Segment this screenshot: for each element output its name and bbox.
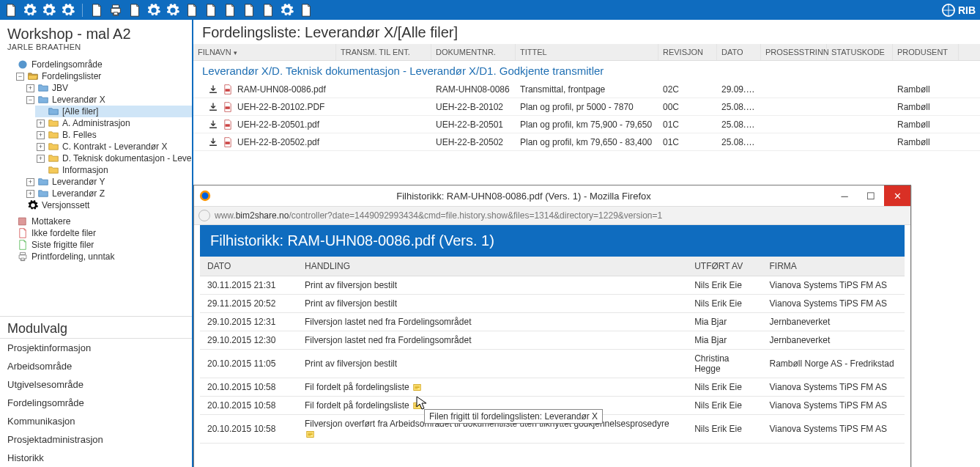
- download-icon[interactable]: [208, 84, 218, 95]
- current-user: JARLE BRAATHEN: [7, 43, 185, 51]
- column-header[interactable]: PRODUSENT: [893, 44, 959, 60]
- note-icon[interactable]: [306, 430, 314, 438]
- module-item[interactable]: Arbeidsområde: [0, 357, 192, 375]
- toolbar-icon[interactable]: [261, 4, 275, 17]
- pdf-icon: [223, 84, 233, 95]
- column-header[interactable]: DATO: [717, 44, 761, 60]
- module-item[interactable]: Kommunikasjon: [0, 412, 192, 430]
- toolbar-icon[interactable]: [42, 4, 56, 17]
- download-icon[interactable]: [208, 137, 218, 147]
- workspace-title: Workshop - mal A2: [7, 26, 185, 43]
- download-icon[interactable]: [208, 119, 218, 130]
- firefox-icon: [198, 189, 212, 202]
- column-header[interactable]: REVISJON: [658, 44, 717, 60]
- breadcrumb[interactable]: Leverandør X/D. Teknisk dokumentasjon - …: [193, 61, 980, 81]
- toolbar-icon[interactable]: [4, 4, 18, 17]
- history-row[interactable]: 30.11.2015 21:31Print av filversjon best…: [200, 276, 905, 295]
- toolbar-icon[interactable]: [185, 4, 198, 17]
- module-list: ProsjektinformasjonArbeidsområdeUtgivels…: [0, 338, 192, 467]
- history-col: HANDLING: [297, 257, 687, 276]
- history-row[interactable]: 20.10.2015 10:58Fil fordelt på fordeling…: [200, 378, 905, 397]
- table-row[interactable]: UEH-22-B-20502.pdfUEH-22-B-20502Plan og …: [193, 133, 980, 151]
- table-row[interactable]: RAM-UHN08-0086.pdfRAM-UHN08-0086Transmit…: [193, 81, 980, 98]
- toolbar-icon[interactable]: [242, 4, 256, 17]
- cursor-icon: [416, 396, 428, 411]
- toolbar-icon[interactable]: [281, 4, 294, 17]
- popup-titlebar[interactable]: Filhistorikk: RAM-UHN08-0086.pdf (Vers. …: [194, 185, 910, 206]
- grid-header[interactable]: FILNAVNTRANSM. TIL ENT.DOKUMENTNR.TITTEL…: [193, 44, 980, 61]
- minimize-button[interactable]: ─: [831, 185, 858, 206]
- column-header[interactable]: TRANSM. TIL ENT.: [336, 44, 431, 60]
- history-popup: Filhistorikk: RAM-UHN08-0086.pdf (Vers. …: [193, 185, 911, 467]
- toolbar-icon[interactable]: [147, 4, 160, 17]
- svg-point-5: [202, 193, 209, 199]
- main-pane: Fordelingsliste: Leverandør X/[Alle file…: [193, 20, 980, 467]
- download-icon[interactable]: [208, 102, 218, 112]
- history-col: DATO: [200, 257, 297, 276]
- content-title: Fordelingsliste: Leverandør X/[Alle file…: [193, 20, 980, 44]
- toolbar-icon[interactable]: [62, 4, 75, 17]
- tree-hscroll[interactable]: [0, 306, 192, 316]
- url-bar[interactable]: www.bim2share.no/controller?date=1449092…: [194, 206, 910, 225]
- history-col: FIRMA: [762, 257, 905, 276]
- tooltip: Filen frigitt til fordelingslisten: Leve…: [424, 409, 603, 424]
- toolbar-icon[interactable]: [90, 4, 103, 17]
- globe-icon: [198, 210, 210, 221]
- history-col: UTFØRT AV: [687, 257, 762, 276]
- history-row[interactable]: 20.10.2015 11:05Print av filversjon best…: [200, 350, 905, 378]
- history-row[interactable]: 29.10.2015 12:30Filversjon lastet ned fr…: [200, 331, 905, 350]
- toolbar-icon[interactable]: [166, 4, 179, 17]
- close-button[interactable]: ✕: [884, 185, 910, 206]
- popup-header: Filhistorikk: RAM-UHN08-0086.pdf (Vers. …: [200, 225, 905, 257]
- column-header[interactable]: DOKUMENTNR.: [431, 44, 516, 60]
- table-row[interactable]: UEH-22-B-20501.pdfUEH-22-B-20501Plan og …: [193, 116, 980, 133]
- column-header[interactable]: PROSESSTRINN: [761, 44, 827, 60]
- column-header[interactable]: TITTEL: [516, 44, 658, 60]
- note-icon[interactable]: [413, 383, 421, 391]
- pdf-icon: [223, 137, 233, 147]
- column-header[interactable]: STATUSKODE: [827, 44, 893, 60]
- history-row[interactable]: 29.10.2015 12:31Filversjon lastet ned fr…: [200, 313, 905, 331]
- toolbar-icon[interactable]: [23, 4, 37, 17]
- nav-tree[interactable]: Fordelingsområde −Fordelingslister +JBV …: [0, 59, 192, 262]
- popup-title: Filhistorikk: RAM-UHN08-0086.pdf (Vers. …: [216, 191, 831, 202]
- module-item[interactable]: Utgivelsesområde: [0, 375, 192, 394]
- app-toolbar: RIB: [0, 0, 980, 20]
- pdf-icon: [223, 119, 233, 130]
- maximize-button[interactable]: ☐: [858, 185, 884, 206]
- pdf-icon: [223, 102, 233, 112]
- toolbar-icon[interactable]: [204, 4, 218, 17]
- table-row[interactable]: UEH-22-B-20102.PDFUEH-22-B-20102Plan og …: [193, 98, 980, 116]
- toolbar-print-icon[interactable]: [109, 4, 122, 17]
- modul-heading: Modulvalg: [0, 316, 192, 338]
- toolbar-icon[interactable]: [128, 4, 141, 17]
- grid-rows: RAM-UHN08-0086.pdfRAM-UHN08-0086Transmit…: [193, 81, 980, 151]
- module-item[interactable]: Fordelingsområde: [0, 394, 192, 412]
- column-header[interactable]: FILNAVN: [193, 44, 336, 60]
- module-item[interactable]: Historikk: [0, 449, 192, 467]
- module-item[interactable]: Prosjektinformasjon: [0, 339, 192, 357]
- toolbar-icon[interactable]: [223, 4, 237, 17]
- tree-selected[interactable]: [Alle filer]: [35, 106, 192, 117]
- toolbar-icon[interactable]: [300, 4, 313, 17]
- history-row[interactable]: 29.11.2015 20:52Print av filversjon best…: [200, 295, 905, 313]
- module-item[interactable]: Prosjektadministrasjon: [0, 430, 192, 449]
- brand-logo: RIB: [942, 4, 976, 17]
- sidebar: Workshop - mal A2 JARLE BRAATHEN Fordeli…: [0, 20, 193, 467]
